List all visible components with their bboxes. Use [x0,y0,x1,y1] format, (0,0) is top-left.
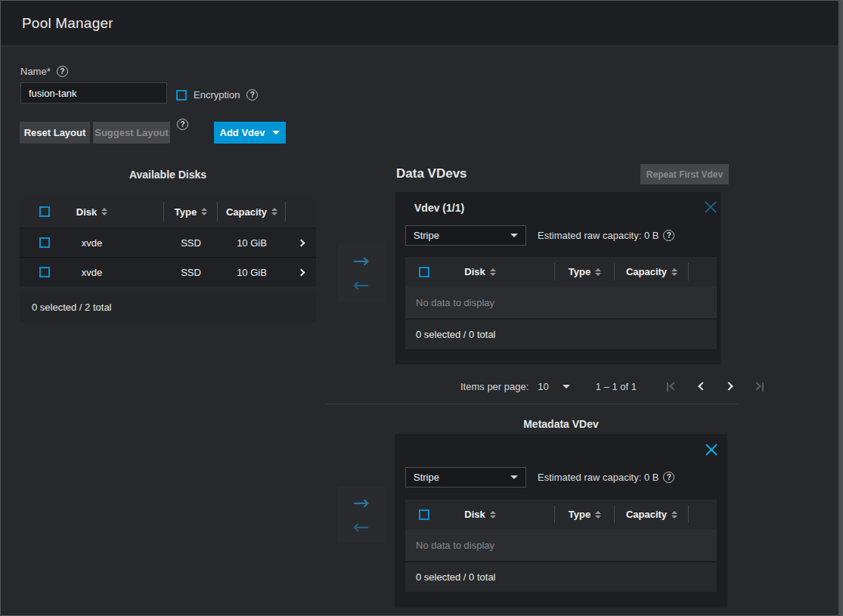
vdev-capacity-text: Estimated raw capacity: 0 B [538,230,659,241]
reset-layout-button[interactable]: Reset Layout [20,122,90,144]
pool-name-input[interactable] [20,82,167,104]
name-label: Name* [20,66,51,77]
column-header-type[interactable]: Type [569,509,590,520]
column-header-capacity[interactable]: Capacity [626,266,667,277]
metadata-close-icon[interactable] [705,443,718,457]
last-page-icon[interactable] [753,380,765,392]
vdev-close-icon[interactable] [704,200,717,214]
pool-manager-screen: Pool Manager Name* ? Encryption ? Reset … [0,0,843,616]
vdev-layout-value: Stripe [414,230,439,241]
select-all-checkbox[interactable] [419,509,429,520]
column-header-type[interactable]: Type [569,266,590,277]
available-disks-table: Disk Type Capacity xvde SSD 10 GiB [20,196,316,322]
add-vdev-caret-icon [272,131,280,135]
data-vdev-panel: Vdev (1/1) Stripe Estimated raw capacity… [395,192,721,364]
column-header-capacity[interactable]: Capacity [626,509,667,520]
move-right-arrow-icon[interactable]: → [353,249,370,272]
sort-icon[interactable] [671,268,677,276]
table-row[interactable]: xvde SSD 10 GiB [20,257,316,286]
data-vdevs-title: Data VDevs [396,166,467,181]
column-header-disk[interactable]: Disk [76,206,97,218]
select-caret-icon [510,234,518,237]
cell-type: SSD [181,237,201,249]
page-title: Pool Manager [22,15,113,32]
suggest-layout-button[interactable]: Suggest Layout [93,122,170,144]
cell-disk: xvde [82,267,102,278]
available-disks-title: Available Disks [20,169,316,181]
sort-icon[interactable] [101,208,107,215]
vdev-title: Vdev (1/1) [414,202,464,214]
cell-type: SSD [181,267,201,278]
name-help-icon[interactable]: ? [57,66,68,77]
data-vdev-transfer-arrows: → ← [338,244,385,302]
metadata-table: Disk Type Capacity No data to display 0 … [405,500,717,592]
available-disks-footer: 0 selected / 2 total [20,292,316,322]
vdev-footer: 0 selected / 0 total [405,320,717,349]
top-bar: Pool Manager [1,1,842,46]
add-vdev-label: Add Vdev [220,127,265,138]
row-checkbox[interactable] [39,237,50,248]
row-checkbox[interactable] [39,267,50,277]
table-row[interactable]: xvde SSD 10 GiB [20,228,316,257]
vdev-empty-text: No data to display [405,286,717,318]
pagination-range: 1 – 1 of 1 [596,381,637,392]
sort-icon[interactable] [671,511,677,518]
cell-capacity: 10 GiB [237,267,267,278]
select-all-checkbox[interactable] [39,206,50,217]
metadata-empty-text: No data to display [405,529,717,561]
encryption-help-icon[interactable]: ? [246,89,258,101]
capacity-help-icon[interactable]: ? [663,472,674,483]
sort-icon[interactable] [271,208,277,215]
previous-page-icon[interactable] [696,380,708,392]
column-header-type[interactable]: Type [175,206,197,218]
sort-icon[interactable] [490,268,496,276]
first-page-icon[interactable] [665,380,677,392]
available-disks-header-row: Disk Type Capacity [20,196,316,228]
encryption-checkbox[interactable] [176,90,187,101]
move-left-arrow-icon[interactable]: ← [353,515,370,538]
column-header-disk[interactable]: Disk [464,509,485,520]
select-all-checkbox[interactable] [419,267,429,277]
metadata-header-row: Disk Type Capacity [405,500,717,529]
sort-icon[interactable] [490,511,496,518]
add-vdev-button[interactable]: Add Vdev [214,122,286,144]
items-per-page-label: Items per page: [460,381,528,392]
repeat-first-vdev-button[interactable]: Repeat First Vdev [640,164,729,184]
capacity-help-icon[interactable]: ? [663,230,674,241]
metadata-footer: 0 selected / 0 total [405,562,717,592]
cell-capacity: 10 GiB [237,237,267,249]
sort-icon[interactable] [595,511,601,518]
encryption-label: Encryption [194,89,240,101]
move-left-arrow-icon[interactable]: ← [353,274,370,296]
vdev-layout-select[interactable]: Stripe [405,225,526,246]
cell-disk: xvde [82,237,102,249]
move-right-arrow-icon[interactable]: → [353,491,370,514]
vdev-table: Disk Type Capacity No data to display 0 … [405,257,717,349]
next-page-icon[interactable] [724,380,736,392]
select-caret-icon [510,475,518,479]
items-per-page-value[interactable]: 10 [538,381,548,392]
column-header-disk[interactable]: Disk [464,266,485,277]
items-per-page-caret-icon[interactable] [563,385,570,388]
metadata-layout-select[interactable]: Stripe [405,467,526,488]
suggest-layout-help-icon[interactable]: ? [177,119,188,130]
column-header-capacity[interactable]: Capacity [226,206,267,218]
vertical-scrollbar[interactable] [838,1,842,615]
section-divider [326,404,739,404]
metadata-vdev-title: Metadata VDev [395,418,727,430]
sort-icon[interactable] [595,268,601,276]
metadata-layout-value: Stripe [414,472,439,483]
pagination-bar: Items per page: 10 1 – 1 of 1 [460,380,765,392]
metadata-capacity-text: Estimated raw capacity: 0 B [538,472,659,483]
metadata-vdev-panel: Stripe Estimated raw capacity: 0 B ? Dis… [395,434,727,608]
sort-icon[interactable] [201,208,207,215]
metadata-transfer-arrows: → ← [338,486,385,543]
row-expand-chevron-icon[interactable] [297,268,305,276]
vdev-header-row: Disk Type Capacity [405,257,717,286]
row-expand-chevron-icon[interactable] [297,239,305,246]
